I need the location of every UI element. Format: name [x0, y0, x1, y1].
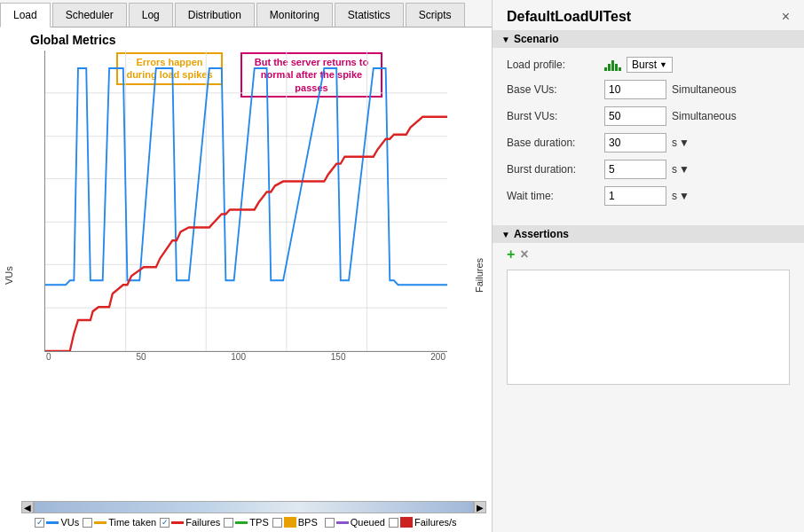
base-duration-row: Base duration: s ▼ — [507, 133, 790, 153]
wait-time-input[interactable] — [604, 186, 666, 206]
chart-container: VUs 56 48 40 32 24 16 8 0 — [4, 51, 488, 500]
legend-timetaken-color — [94, 521, 106, 524]
legend-time-taken: Time taken — [83, 517, 156, 528]
tab-monitoring[interactable]: Monitoring — [256, 3, 333, 27]
burst-chart-icon — [604, 59, 621, 71]
chart-area: Global Metrics VUs 56 48 40 32 24 16 8 0 — [0, 27, 492, 532]
right-header: DefaultLoadUITest × — [493, 0, 804, 30]
base-vus-row: Base VUs: Simultaneous — [507, 80, 790, 99]
legend-vus-color — [46, 521, 59, 524]
legend-tps: TPS — [224, 517, 268, 528]
y-axis-vus-label: VUs — [4, 51, 18, 500]
right-title: DefaultLoadUITest — [507, 9, 631, 25]
legend-queued-label: Queued — [351, 517, 385, 528]
burst-dropdown[interactable]: Burst ▼ — [627, 57, 673, 73]
legend: VUs Time taken Failures TPS BPS — [4, 514, 488, 530]
legend-tps-label: TPS — [249, 517, 268, 528]
wait-time-row: Wait time: s ▼ — [507, 186, 790, 206]
legend-failures-per-s: Failures/s — [389, 517, 457, 528]
burst-vus-row: Burst VUs: Simultaneous — [507, 106, 790, 126]
legend-failuress-label: Failures/s — [414, 517, 457, 528]
add-assertion-button[interactable]: + — [507, 246, 515, 262]
tab-distribution[interactable]: Distribution — [175, 3, 255, 27]
burst-duration-label: Burst duration: — [507, 163, 604, 176]
base-duration-unit: s ▼ — [672, 137, 690, 149]
legend-queued-checkbox[interactable] — [325, 518, 335, 528]
legend-queued-color — [336, 521, 349, 524]
chart-title: Global Metrics — [4, 33, 488, 47]
legend-bps-checkbox[interactable] — [272, 518, 282, 528]
base-duration-input[interactable] — [604, 133, 666, 153]
scenario-form: Load profile: Burst ▼ Base VUs: Simultan — [493, 48, 804, 222]
burst-duration-input[interactable] — [604, 160, 666, 179]
burst-vus-label: Burst VUs: — [507, 110, 604, 122]
chart-canvas: 56 48 40 32 24 16 8 0 35 30 25 20 — [44, 51, 447, 352]
legend-failuress-color — [400, 517, 413, 528]
assertions-section: ▼ Assertions + × — [493, 225, 804, 388]
tab-scripts[interactable]: Scripts — [406, 3, 465, 27]
tab-statistics[interactable]: Statistics — [335, 3, 404, 27]
scrollbar[interactable]: ◀ ▶ — [20, 500, 488, 514]
legend-timetaken-label: Time taken — [108, 517, 156, 528]
tab-log[interactable]: Log — [129, 3, 173, 27]
legend-timetaken-checkbox[interactable] — [83, 518, 92, 528]
x-axis-labels: 0 50 100 150 200 — [44, 352, 447, 362]
scenario-section-header: ▼ Scenario — [493, 30, 804, 48]
wait-time-label: Wait time: — [507, 190, 604, 202]
legend-vus-checkbox[interactable] — [35, 518, 44, 528]
scroll-track[interactable] — [34, 501, 474, 513]
tab-bar: Load Scheduler Log Distribution Monitori… — [0, 0, 492, 27]
legend-failuress-checkbox[interactable] — [389, 518, 398, 528]
assertions-triangle-icon: ▼ — [501, 230, 510, 239]
tab-load[interactable]: Load — [0, 3, 51, 27]
left-panel: Load Scheduler Log Distribution Monitori… — [0, 0, 493, 532]
legend-failures: Failures — [160, 517, 220, 528]
y-axis-failures-label: Failures — [474, 51, 488, 500]
legend-bps-color — [284, 517, 296, 528]
scroll-left-arrow[interactable]: ◀ — [21, 501, 34, 513]
assertions-list — [507, 270, 790, 385]
scenario-label: Scenario — [514, 33, 559, 45]
remove-assertion-button[interactable]: × — [520, 246, 528, 262]
load-profile-control[interactable]: Burst ▼ — [604, 57, 673, 73]
legend-bps: BPS — [272, 517, 318, 528]
legend-vus: VUs — [35, 517, 79, 528]
legend-failures-color — [171, 521, 184, 524]
assertions-label: Assertions — [514, 228, 569, 240]
legend-tps-color — [235, 521, 248, 524]
base-vus-input[interactable] — [604, 80, 666, 99]
tab-scheduler[interactable]: Scheduler — [52, 3, 127, 27]
legend-bps-label: BPS — [298, 517, 318, 528]
close-button[interactable]: × — [782, 9, 790, 25]
burst-vus-unit: Simultaneous — [672, 110, 737, 122]
legend-vus-label: VUs — [60, 517, 79, 528]
load-profile-label: Load profile: — [507, 59, 604, 71]
load-profile-row: Load profile: Burst ▼ — [507, 57, 790, 73]
scroll-right-arrow[interactable]: ▶ — [474, 501, 486, 513]
scenario-triangle-icon: ▼ — [501, 35, 510, 44]
wait-time-dropdown-icon[interactable]: ▼ — [679, 190, 690, 202]
burst-duration-unit: s ▼ — [672, 163, 690, 176]
assertions-toolbar: + × — [493, 243, 804, 266]
base-vus-label: Base VUs: — [507, 83, 604, 96]
base-vus-unit: Simultaneous — [672, 83, 737, 96]
chart-svg — [45, 51, 447, 351]
burst-value: Burst — [632, 59, 657, 71]
wait-time-unit: s ▼ — [672, 190, 690, 202]
legend-failures-checkbox[interactable] — [160, 518, 169, 528]
legend-failures-label: Failures — [185, 517, 220, 528]
dropdown-arrow-icon: ▼ — [659, 60, 667, 69]
right-panel: DefaultLoadUITest × ▼ Scenario Load prof… — [493, 0, 804, 532]
assertions-section-header: ▼ Assertions — [493, 225, 804, 243]
base-duration-dropdown-icon[interactable]: ▼ — [679, 137, 690, 149]
burst-vus-input[interactable] — [604, 106, 666, 126]
legend-queued: Queued — [325, 517, 385, 528]
base-duration-label: Base duration: — [507, 137, 604, 149]
burst-duration-row: Burst duration: s ▼ — [507, 160, 790, 179]
legend-tps-checkbox[interactable] — [224, 518, 233, 528]
burst-duration-dropdown-icon[interactable]: ▼ — [679, 163, 690, 176]
